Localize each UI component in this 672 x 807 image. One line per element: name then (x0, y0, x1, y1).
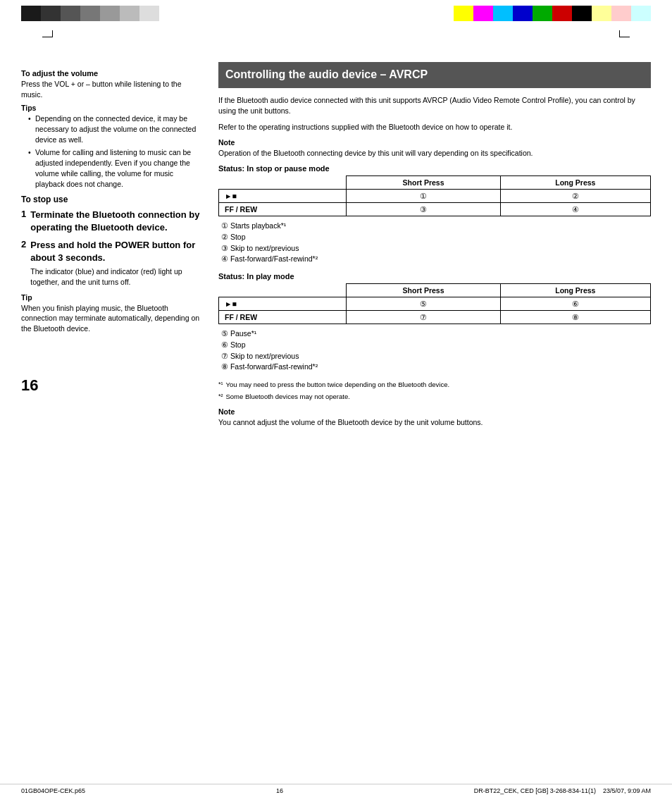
right-column: Controlling the audio device – AVRCP If … (218, 55, 651, 763)
footer-right: DR-BT22_CEK, CED [GB] 3-268-834-11(1) 23… (474, 787, 651, 794)
avrcp-body2: Refer to the operating instructions supp… (218, 122, 651, 133)
step-2-body: The indicator (blue) and indicator (red)… (30, 266, 204, 287)
table1-h1: Short Press (347, 176, 500, 190)
color-swatch (80, 6, 100, 21)
page-content: To adjust the volume Press the VOL + or … (0, 48, 672, 770)
footnotes: *¹You may need to press the button twice… (218, 380, 651, 402)
footnote-item: *²Some Bluetooth devices may not operate… (218, 392, 651, 401)
legend-item: ④ Fast-forward/Fast-rewind*² (221, 254, 651, 265)
tips-label: Tips (21, 104, 204, 112)
legend-item: ⑤ Pause*¹ (221, 328, 651, 340)
status1-legend: ① Starts playback*¹② Stop③ Skip to next/… (218, 221, 651, 265)
status1-table: Short Press Long Press ►■①②FF / REW③④ (218, 175, 651, 216)
status2-table: Short Press Long Press ►■⑤⑥FF / REW⑦⑧ (218, 283, 651, 324)
page-number: 16 (21, 376, 204, 395)
color-swatch (493, 6, 513, 21)
table-row: ►■⑤⑥ (219, 297, 651, 311)
legend-item: ⑦ Skip to next/previous (221, 351, 651, 362)
note2-label: Note (218, 407, 651, 416)
color-swatch (21, 6, 41, 21)
table2-h2: Long Press (500, 284, 650, 297)
status1-label: Status: In stop or pause mode (218, 164, 651, 173)
footer-doc-id: DR-BT22_CEK, CED [GB] 3-268-834-11(1) (474, 787, 596, 794)
color-swatch (631, 6, 651, 21)
table2-h0 (219, 284, 347, 297)
note2-text: You cannot adjust the volume of the Blue… (218, 417, 651, 428)
tip-item: Volume for calling and listening to musi… (28, 147, 204, 189)
status2-label: Status: In play mode (218, 272, 651, 281)
color-swatch (120, 6, 139, 21)
status2-legend: ⑤ Pause*¹⑥ Stop⑦ Skip to next/previous⑧ … (218, 328, 651, 373)
table-row: ►■①② (219, 190, 651, 203)
step-2-num: 2 (21, 239, 26, 287)
tips-list: Depending on the connected device, it ma… (21, 113, 204, 189)
page-number-area: 16 (21, 376, 204, 395)
step-1-num: 1 (21, 209, 26, 233)
avrcp-header: Controlling the audio device – AVRCP (218, 62, 651, 88)
color-swatch (454, 6, 473, 21)
color-swatch (139, 6, 159, 21)
footnote-text: You may need to press the button twice d… (226, 380, 450, 389)
color-swatch (611, 6, 631, 21)
tip-item: Depending on the connected device, it ma… (28, 113, 204, 144)
footer-date: 23/5/07, 9:09 AM (603, 787, 651, 794)
tip2-label: Tip (21, 293, 204, 302)
adjust-volume-body: Press the VOL + or – button while listen… (21, 79, 204, 99)
color-bars (0, 0, 672, 27)
color-swatch (552, 6, 572, 21)
table1-h2: Long Press (500, 176, 650, 190)
legend-item: ② Stop (221, 232, 651, 243)
note1-text: Operation of the Bluetooth connecting de… (218, 148, 651, 159)
footnote-mark: *¹ (218, 380, 223, 389)
left-column: To adjust the volume Press the VOL + or … (21, 55, 204, 763)
tip2-body: When you finish playing music, the Bluet… (21, 303, 204, 334)
color-swatch (100, 6, 120, 21)
footnote-item: *¹You may need to press the button twice… (218, 380, 651, 389)
color-swatch (61, 6, 80, 21)
footnote-text: Some Bluetooth devices may not operate. (226, 392, 350, 401)
avrcp-body1: If the Bluetooth audio device connected … (218, 95, 651, 116)
step-2: 2 Press and hold the POWER button for ab… (21, 239, 204, 287)
grayscale-bar (21, 6, 179, 21)
step-2-text: Press and hold the POWER button for abou… (30, 239, 204, 264)
legend-item: ⑧ Fast-forward/Fast-rewind*² (221, 362, 651, 373)
footer-left: 01GB04OPE-CEK.p65 (21, 787, 85, 794)
color-swatch (513, 6, 533, 21)
color-swatch (473, 6, 493, 21)
step-1: 1 Terminate the Bluetooth connection by … (21, 209, 204, 233)
table2-h1: Short Press (347, 284, 500, 297)
note1-label: Note (218, 138, 651, 147)
legend-item: ① Starts playback*¹ (221, 221, 651, 232)
color-swatch (533, 6, 552, 21)
color-bar-right (454, 6, 651, 21)
footer-center: 16 (276, 787, 283, 794)
table-row: FF / REW⑦⑧ (219, 311, 651, 324)
step-1-text: Terminate the Bluetooth connection by op… (30, 209, 204, 233)
adjust-volume-title: To adjust the volume (21, 69, 204, 78)
table-row: FF / REW③④ (219, 203, 651, 216)
crop-mark-tr (609, 30, 630, 44)
footnote-mark: *² (218, 392, 223, 401)
registration-marks (0, 27, 672, 48)
legend-item: ⑥ Stop (221, 340, 651, 351)
footer: 01GB04OPE-CEK.p65 16 DR-BT22_CEK, CED [G… (0, 784, 672, 794)
crop-mark-tl (42, 30, 63, 44)
color-swatch (592, 6, 611, 21)
legend-item: ③ Skip to next/previous (221, 243, 651, 254)
color-swatch (159, 6, 179, 21)
stop-use-title: To stop use (21, 195, 204, 204)
table1-h0 (219, 176, 347, 190)
color-swatch (41, 6, 61, 21)
color-swatch (572, 6, 592, 21)
